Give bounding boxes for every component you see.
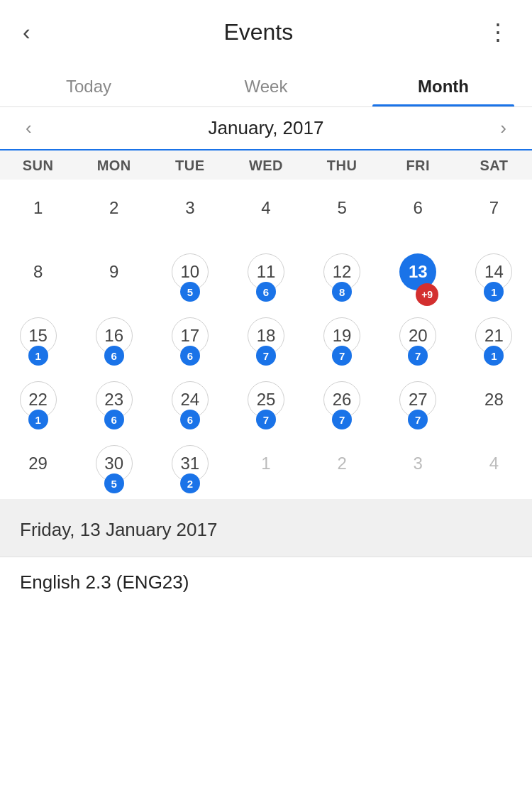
day-number: 8 bbox=[20, 253, 57, 290]
event-item[interactable]: English 2.3 (ENG23) bbox=[0, 557, 532, 608]
month-nav: ‹ January, 2017 › bbox=[0, 107, 532, 150]
day-number: 1 bbox=[20, 190, 57, 226]
tab-month[interactable]: Month bbox=[355, 64, 532, 106]
calendar-cell[interactable]: 246 bbox=[152, 371, 228, 435]
event-badge: 5 bbox=[104, 473, 124, 493]
event-badge: 1 bbox=[28, 410, 48, 429]
calendar-cell[interactable]: 13+9 bbox=[380, 243, 456, 307]
calendar-cell[interactable]: 105 bbox=[152, 243, 228, 307]
event-badge: 6 bbox=[180, 410, 200, 429]
day-number: 3 bbox=[172, 190, 209, 226]
calendar-cell[interactable]: 4 bbox=[228, 180, 304, 243]
day-number: 5 bbox=[323, 190, 360, 226]
selected-date-bar: Friday, 13 January 2017 bbox=[0, 499, 532, 557]
day-header-tue: TUE bbox=[152, 158, 228, 174]
day-header-mon: MON bbox=[76, 158, 152, 174]
day-header-wed: WED bbox=[228, 158, 304, 174]
event-badge: 8 bbox=[332, 282, 352, 302]
calendar-cell[interactable]: 6 bbox=[380, 180, 456, 243]
event-badge: 6 bbox=[256, 282, 276, 302]
calendar-cell[interactable]: 166 bbox=[76, 307, 152, 371]
event-badge: 1 bbox=[484, 346, 504, 366]
calendar-cell[interactable]: 128 bbox=[304, 243, 380, 307]
event-badge: 7 bbox=[256, 346, 276, 366]
day-number: 4 bbox=[248, 190, 284, 226]
event-badge: 7 bbox=[256, 410, 276, 429]
day-number: 2 bbox=[96, 190, 133, 226]
day-number: 29 bbox=[20, 445, 57, 482]
calendar-cell[interactable]: 267 bbox=[304, 371, 380, 435]
calendar-cell[interactable]: 7 bbox=[456, 180, 532, 243]
event-badge: +9 bbox=[416, 283, 438, 306]
day-header-thu: THU bbox=[304, 158, 380, 174]
calendar-cell[interactable]: 197 bbox=[304, 307, 380, 371]
page-title: Events bbox=[223, 19, 293, 45]
calendar-cell[interactable]: 2 bbox=[304, 435, 380, 499]
calendar-cell[interactable]: 207 bbox=[380, 307, 456, 371]
calendar-cell[interactable]: 305 bbox=[76, 435, 152, 499]
event-badge: 6 bbox=[180, 346, 200, 366]
back-button[interactable]: ‹ bbox=[17, 13, 36, 51]
calendar-cell[interactable]: 3 bbox=[380, 435, 456, 499]
day-number: 2 bbox=[323, 445, 360, 482]
day-number: 1 bbox=[248, 445, 284, 482]
tabs-bar: Today Week Month bbox=[0, 64, 532, 107]
day-number: 6 bbox=[399, 190, 436, 226]
calendar-cell[interactable]: 151 bbox=[0, 307, 76, 371]
event-badge: 6 bbox=[104, 410, 124, 429]
header: ‹ Events ⋮ bbox=[0, 0, 532, 64]
calendar-cell[interactable]: 116 bbox=[228, 243, 304, 307]
day-header-sat: SAT bbox=[456, 158, 532, 174]
calendar-cell[interactable]: 187 bbox=[228, 307, 304, 371]
event-badge: 2 bbox=[180, 473, 200, 493]
calendar-cell[interactable]: 277 bbox=[380, 371, 456, 435]
event-badge: 1 bbox=[484, 282, 504, 302]
event-badge: 7 bbox=[408, 410, 428, 429]
prev-month-button[interactable]: ‹ bbox=[14, 114, 43, 142]
calendar-cell[interactable]: 211 bbox=[456, 307, 532, 371]
calendar-cell[interactable]: 9 bbox=[76, 243, 152, 307]
next-month-button[interactable]: › bbox=[489, 114, 518, 142]
selected-date-label: Friday, 13 January 2017 bbox=[20, 519, 217, 540]
day-headers: SUN MON TUE WED THU FRI SAT bbox=[0, 150, 532, 180]
calendar-cell[interactable]: 1 bbox=[228, 435, 304, 499]
calendar-cell[interactable]: 221 bbox=[0, 371, 76, 435]
calendar-cell[interactable]: 5 bbox=[304, 180, 380, 243]
tab-week[interactable]: Week bbox=[177, 64, 355, 106]
day-header-sun: SUN bbox=[0, 158, 76, 174]
calendar-cell[interactable]: 141 bbox=[456, 243, 532, 307]
day-number: 9 bbox=[96, 253, 133, 290]
event-badge: 6 bbox=[104, 346, 124, 366]
calendar-grid: 12345678910511612813+9141151166176187197… bbox=[0, 180, 532, 499]
calendar-cell[interactable]: 257 bbox=[228, 371, 304, 435]
event-badge: 7 bbox=[408, 346, 428, 366]
calendar-cell[interactable]: 236 bbox=[76, 371, 152, 435]
event-badge: 7 bbox=[332, 346, 352, 366]
calendar-cell[interactable]: 29 bbox=[0, 435, 76, 499]
day-number: 4 bbox=[475, 445, 512, 482]
event-title: English 2.3 (ENG23) bbox=[20, 571, 189, 593]
event-badge: 7 bbox=[332, 410, 352, 429]
calendar-cell[interactable]: 312 bbox=[152, 435, 228, 499]
calendar-cell[interactable]: 8 bbox=[0, 243, 76, 307]
event-badge: 1 bbox=[28, 346, 48, 366]
calendar-cell[interactable]: 176 bbox=[152, 307, 228, 371]
calendar-cell[interactable]: 2 bbox=[76, 180, 152, 243]
day-number: 7 bbox=[475, 190, 512, 226]
calendar-cell[interactable]: 3 bbox=[152, 180, 228, 243]
more-button[interactable]: ⋮ bbox=[481, 13, 515, 51]
day-header-fri: FRI bbox=[380, 158, 456, 174]
event-badge: 5 bbox=[180, 282, 200, 302]
day-number: 28 bbox=[475, 381, 512, 418]
calendar-cell[interactable]: 1 bbox=[0, 180, 76, 243]
calendar-cell[interactable]: 4 bbox=[456, 435, 532, 499]
month-title: January, 2017 bbox=[43, 117, 489, 139]
day-number: 3 bbox=[399, 445, 436, 482]
tab-today[interactable]: Today bbox=[0, 64, 177, 106]
calendar-cell[interactable]: 28 bbox=[456, 371, 532, 435]
